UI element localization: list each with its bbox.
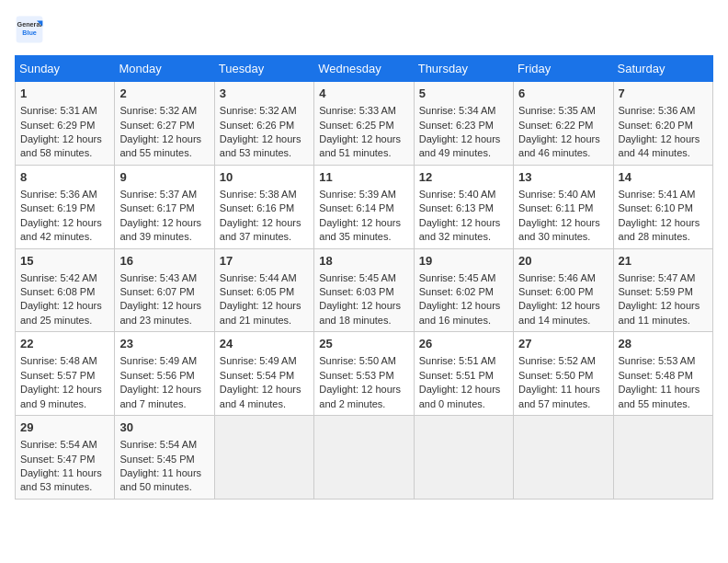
svg-text:Blue: Blue: [22, 29, 37, 37]
calendar-cell: 10Sunrise: 5:38 AMSunset: 6:16 PMDayligh…: [214, 165, 313, 248]
calendar-row: 8Sunrise: 5:36 AMSunset: 6:19 PMDaylight…: [16, 165, 713, 248]
calendar-cell: 30Sunrise: 5:54 AMSunset: 5:45 PMDayligh…: [115, 416, 214, 500]
calendar-cell: [514, 416, 613, 500]
day-number: 22: [20, 336, 109, 352]
calendar-cell: 13Sunrise: 5:40 AMSunset: 6:11 PMDayligh…: [514, 165, 613, 248]
calendar-cell: 19Sunrise: 5:45 AMSunset: 6:02 PMDayligh…: [414, 248, 513, 332]
day-number: 8: [20, 169, 109, 186]
logo-icon: General Blue: [15, 15, 44, 44]
calendar-cell: [214, 416, 313, 500]
day-number: 2: [119, 86, 209, 102]
calendar-cell: 3Sunrise: 5:32 AMSunset: 6:26 PMDaylight…: [214, 82, 313, 166]
calendar-cell: 1Sunrise: 5:31 AMSunset: 6:29 PMDaylight…: [16, 82, 115, 166]
calendar-cell: 24Sunrise: 5:49 AMSunset: 5:54 PMDayligh…: [214, 332, 313, 416]
calendar-cell: 16Sunrise: 5:43 AMSunset: 6:07 PMDayligh…: [115, 248, 214, 332]
calendar-cell: 29Sunrise: 5:54 AMSunset: 5:47 PMDayligh…: [16, 416, 115, 500]
day-number: 18: [319, 253, 408, 270]
calendar-cell: 7Sunrise: 5:36 AMSunset: 6:20 PMDaylight…: [613, 82, 712, 166]
day-number: 4: [319, 86, 408, 102]
day-number: 30: [119, 419, 209, 436]
day-number: 13: [518, 169, 608, 186]
day-number: 25: [319, 336, 408, 352]
day-number: 15: [20, 253, 109, 270]
calendar-cell: 17Sunrise: 5:44 AMSunset: 6:05 PMDayligh…: [214, 248, 313, 332]
day-number: 12: [419, 169, 508, 186]
calendar-cell: 8Sunrise: 5:36 AMSunset: 6:19 PMDaylight…: [16, 165, 115, 248]
page-header: General Blue: [15, 15, 713, 44]
day-number: 14: [619, 169, 708, 186]
calendar-row: 22Sunrise: 5:48 AMSunset: 5:57 PMDayligh…: [16, 332, 713, 416]
day-number: 5: [419, 86, 508, 102]
day-number: 27: [518, 336, 608, 352]
day-number: 24: [220, 336, 309, 352]
day-number: 23: [119, 336, 209, 352]
logo: General Blue: [15, 15, 44, 44]
day-number: 19: [419, 253, 508, 270]
calendar-cell: 5Sunrise: 5:34 AMSunset: 6:23 PMDaylight…: [414, 82, 513, 166]
day-number: 11: [319, 169, 408, 186]
calendar-cell: 27Sunrise: 5:52 AMSunset: 5:50 PMDayligh…: [514, 332, 613, 416]
weekday-header: Tuesday: [214, 56, 313, 82]
calendar-cell: 26Sunrise: 5:51 AMSunset: 5:51 PMDayligh…: [414, 332, 513, 416]
calendar-row: 1Sunrise: 5:31 AMSunset: 6:29 PMDaylight…: [16, 82, 713, 166]
calendar-cell: 15Sunrise: 5:42 AMSunset: 6:08 PMDayligh…: [16, 248, 115, 332]
day-number: 7: [619, 86, 708, 102]
day-number: 16: [119, 253, 209, 270]
calendar-cell: 22Sunrise: 5:48 AMSunset: 5:57 PMDayligh…: [16, 332, 115, 416]
calendar-cell: 20Sunrise: 5:46 AMSunset: 6:00 PMDayligh…: [514, 248, 613, 332]
calendar-cell: 4Sunrise: 5:33 AMSunset: 6:25 PMDaylight…: [314, 82, 414, 166]
calendar-cell: 23Sunrise: 5:49 AMSunset: 5:56 PMDayligh…: [115, 332, 214, 416]
weekday-header: Friday: [514, 56, 613, 82]
calendar-row: 15Sunrise: 5:42 AMSunset: 6:08 PMDayligh…: [16, 248, 713, 332]
calendar-row: 29Sunrise: 5:54 AMSunset: 5:47 PMDayligh…: [16, 416, 713, 500]
weekday-header: Saturday: [613, 56, 712, 82]
calendar-cell: 11Sunrise: 5:39 AMSunset: 6:14 PMDayligh…: [314, 165, 414, 248]
day-number: 9: [119, 169, 209, 186]
day-number: 6: [518, 86, 608, 102]
day-number: 3: [220, 86, 309, 102]
calendar-cell: 21Sunrise: 5:47 AMSunset: 5:59 PMDayligh…: [613, 248, 712, 332]
calendar-cell: 6Sunrise: 5:35 AMSunset: 6:22 PMDaylight…: [514, 82, 613, 166]
day-number: 21: [619, 253, 708, 270]
day-number: 20: [518, 253, 608, 270]
weekday-header: Thursday: [414, 56, 513, 82]
calendar-cell: 18Sunrise: 5:45 AMSunset: 6:03 PMDayligh…: [314, 248, 414, 332]
calendar-cell: [414, 416, 513, 500]
day-number: 10: [220, 169, 309, 186]
calendar-cell: 2Sunrise: 5:32 AMSunset: 6:27 PMDaylight…: [115, 82, 214, 166]
day-number: 29: [20, 419, 109, 436]
day-number: 1: [20, 86, 109, 102]
weekday-header: Monday: [115, 56, 214, 82]
calendar-cell: [613, 416, 712, 500]
day-number: 26: [419, 336, 508, 352]
header-row: SundayMondayTuesdayWednesdayThursdayFrid…: [16, 56, 713, 82]
calendar-cell: 9Sunrise: 5:37 AMSunset: 6:17 PMDaylight…: [115, 165, 214, 248]
calendar-cell: [314, 416, 414, 500]
calendar-table: SundayMondayTuesdayWednesdayThursdayFrid…: [15, 55, 713, 500]
calendar-cell: 28Sunrise: 5:53 AMSunset: 5:48 PMDayligh…: [613, 332, 712, 416]
weekday-header: Wednesday: [314, 56, 414, 82]
calendar-cell: 12Sunrise: 5:40 AMSunset: 6:13 PMDayligh…: [414, 165, 513, 248]
day-number: 28: [619, 336, 708, 352]
calendar-cell: 25Sunrise: 5:50 AMSunset: 5:53 PMDayligh…: [314, 332, 414, 416]
day-number: 17: [220, 253, 309, 270]
calendar-cell: 14Sunrise: 5:41 AMSunset: 6:10 PMDayligh…: [613, 165, 712, 248]
weekday-header: Sunday: [16, 56, 115, 82]
